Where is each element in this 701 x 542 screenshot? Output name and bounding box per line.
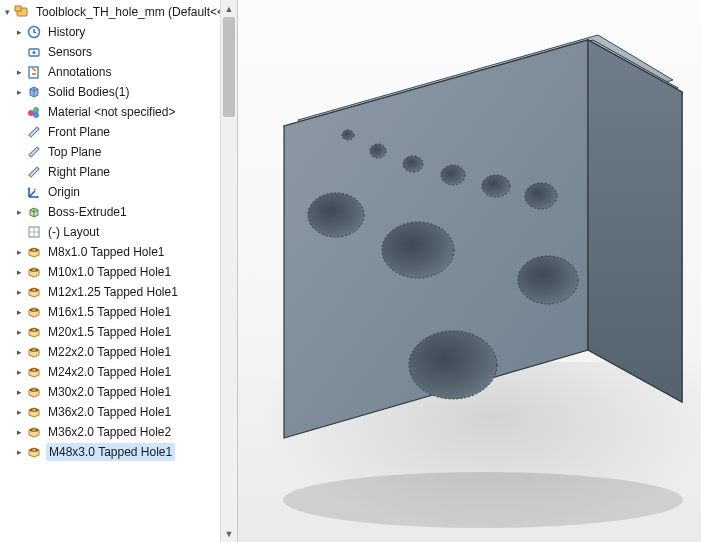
tree-item-label: Origin xyxy=(48,184,80,200)
hole-icon xyxy=(26,304,42,320)
collapse-icon[interactable]: ▾ xyxy=(2,7,12,17)
hole-icon xyxy=(26,264,42,280)
tree-item[interactable]: ▸Solid Bodies(1) xyxy=(2,82,237,102)
sensors-icon xyxy=(26,44,42,60)
tree-item-label: M20x1.5 Tapped Hole1 xyxy=(48,324,171,340)
feature-tree[interactable]: ▾ Toolblock_TH_hole_mm (Default<<Defa ▸H… xyxy=(0,0,237,462)
scroll-thumb[interactable] xyxy=(223,17,235,117)
scroll-up-icon[interactable]: ▲ xyxy=(221,0,237,17)
tree-item[interactable]: ▸Boss-Extrude1 xyxy=(2,202,237,222)
tree-item[interactable]: ▸History xyxy=(2,22,237,42)
svg-point-11 xyxy=(32,249,36,251)
tree-item[interactable]: ▸Material <not specified> xyxy=(2,102,237,122)
tree-item-label: Boss-Extrude1 xyxy=(48,204,127,220)
scroll-down-icon[interactable]: ▼ xyxy=(221,525,237,542)
tree-item-label: M36x2.0 Tapped Hole1 xyxy=(48,404,171,420)
hole-icon xyxy=(26,284,42,300)
expand-icon[interactable]: ▸ xyxy=(14,407,24,417)
tree-item[interactable]: ▸M24x2.0 Tapped Hole1 xyxy=(2,362,237,382)
tree-item[interactable]: ▸M30x2.0 Tapped Hole1 xyxy=(2,382,237,402)
svg-point-55 xyxy=(525,183,557,209)
expand-icon[interactable]: ▸ xyxy=(14,87,24,97)
tree-item-label: Sensors xyxy=(48,44,92,60)
svg-point-17 xyxy=(32,309,36,311)
plane-icon xyxy=(26,144,42,160)
hole-icon xyxy=(26,364,42,380)
expand-icon[interactable]: ▸ xyxy=(14,427,24,437)
tree-item[interactable]: ▸M16x1.5 Tapped Hole1 xyxy=(2,302,237,322)
tree-root-item[interactable]: ▾ Toolblock_TH_hole_mm (Default<<Defa xyxy=(2,2,237,22)
expand-icon[interactable]: ▸ xyxy=(14,387,24,397)
svg-point-8 xyxy=(33,112,39,118)
tree-item-label: Annotations xyxy=(48,64,111,80)
tree-item-label: M22x2.0 Tapped Hole1 xyxy=(48,344,171,360)
expand-icon[interactable]: ▸ xyxy=(14,207,24,217)
svg-point-58 xyxy=(382,222,454,278)
origin-icon xyxy=(26,184,42,200)
tree-item[interactable]: ▸M8x1.0 Tapped Hole1 xyxy=(2,242,237,262)
tree-item-label: M36x2.0 Tapped Hole2 xyxy=(48,424,171,440)
svg-point-19 xyxy=(32,329,36,331)
expand-icon[interactable]: ▸ xyxy=(14,67,24,77)
tree-item[interactable]: ▸M36x2.0 Tapped Hole2 xyxy=(2,422,237,442)
tree-item[interactable]: ▸Sensors xyxy=(2,42,237,62)
tree-item-label: (-) Layout xyxy=(48,224,99,240)
expand-icon[interactable]: ▸ xyxy=(14,327,24,337)
expand-icon[interactable]: ▸ xyxy=(14,347,24,357)
tree-item-label: History xyxy=(48,24,85,40)
tree-item-label: M8x1.0 Tapped Hole1 xyxy=(48,244,165,260)
tree-item[interactable]: ▸Front Plane xyxy=(2,122,237,142)
svg-point-4 xyxy=(33,51,36,54)
hole-icon xyxy=(26,444,42,460)
tree-item[interactable]: ▸M20x1.5 Tapped Hole1 xyxy=(2,322,237,342)
annot-icon xyxy=(26,64,42,80)
solidbody-icon xyxy=(26,84,42,100)
tree-item-label: Right Plane xyxy=(48,164,110,180)
hole-icon xyxy=(26,344,42,360)
tree-item[interactable]: ▸Top Plane xyxy=(2,142,237,162)
tree-item[interactable]: ▸(-) Layout xyxy=(2,222,237,242)
tree-item-label: M30x2.0 Tapped Hole1 xyxy=(48,384,171,400)
expand-icon[interactable]: ▸ xyxy=(14,447,24,457)
tree-item-label: Front Plane xyxy=(48,124,110,140)
tree-item-label: Top Plane xyxy=(48,144,101,160)
expand-icon[interactable]: ▸ xyxy=(14,267,24,277)
plane-icon xyxy=(26,124,42,140)
hole-icon xyxy=(26,244,42,260)
expand-icon[interactable]: ▸ xyxy=(14,287,24,297)
model-viewport[interactable] xyxy=(238,0,701,542)
tree-item[interactable]: ▸M10x1.0 Tapped Hole1 xyxy=(2,262,237,282)
tree-item[interactable]: ▸M22x2.0 Tapped Hole1 xyxy=(2,342,237,362)
expand-icon[interactable]: ▸ xyxy=(14,367,24,377)
tree-item[interactable]: ▸Origin xyxy=(2,182,237,202)
svg-point-23 xyxy=(32,369,36,371)
tree-scrollbar[interactable]: ▲ ▼ xyxy=(220,0,237,542)
svg-point-62 xyxy=(283,472,683,528)
extrude-icon xyxy=(26,204,42,220)
expand-icon[interactable]: ▸ xyxy=(14,27,24,37)
sketch-icon xyxy=(26,224,42,240)
tree-item[interactable]: ▸M48x3.0 Tapped Hole1 xyxy=(2,442,237,462)
svg-point-29 xyxy=(32,429,36,431)
svg-point-51 xyxy=(370,144,386,158)
svg-point-21 xyxy=(32,349,36,351)
svg-point-50 xyxy=(342,130,354,140)
hole-icon xyxy=(26,324,42,340)
tree-item-label: M48x3.0 Tapped Hole1 xyxy=(49,444,172,460)
tree-item-label: M10x1.0 Tapped Hole1 xyxy=(48,264,171,280)
tree-item[interactable]: ▸M36x2.0 Tapped Hole1 xyxy=(2,402,237,422)
expand-icon[interactable]: ▸ xyxy=(14,247,24,257)
expand-icon[interactable]: ▸ xyxy=(14,307,24,317)
tree-item[interactable]: ▸Right Plane xyxy=(2,162,237,182)
svg-point-57 xyxy=(308,193,364,237)
svg-point-27 xyxy=(32,409,36,411)
tree-item-label: M24x2.0 Tapped Hole1 xyxy=(48,364,171,380)
part-icon xyxy=(14,4,30,20)
svg-point-54 xyxy=(482,175,510,197)
tree-item[interactable]: ▸Annotations xyxy=(2,62,237,82)
svg-point-25 xyxy=(32,389,36,391)
svg-point-15 xyxy=(32,289,36,291)
tree-item-label: M12x1.25 Tapped Hole1 xyxy=(48,284,178,300)
svg-point-31 xyxy=(32,449,36,451)
tree-item[interactable]: ▸M12x1.25 Tapped Hole1 xyxy=(2,282,237,302)
